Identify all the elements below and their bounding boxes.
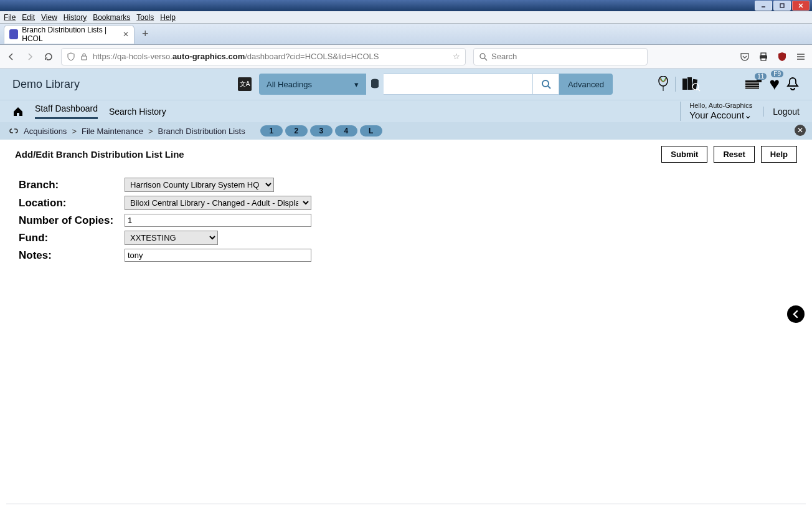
ublock-icon[interactable] (777, 52, 787, 62)
breadcrumb-pills: 1 2 3 4 L (260, 125, 382, 137)
advanced-search-label: Advanced (568, 80, 604, 89)
database-icon[interactable] (366, 74, 384, 95)
pill-2[interactable]: 2 (285, 125, 308, 137)
magnifier-icon (479, 52, 488, 61)
svg-rect-19 (687, 77, 692, 90)
crumb-separator: > (148, 127, 153, 136)
reset-button[interactable]: Reset (714, 146, 754, 163)
app-nav: Staff Dashboard Search History Hello, Au… (0, 100, 812, 122)
crumb-acquisitions[interactable]: Acquisitions (24, 127, 67, 136)
menu-view[interactable]: View (41, 13, 57, 22)
home-icon[interactable] (12, 107, 24, 117)
submit-button[interactable]: Submit (661, 146, 707, 163)
catalog-search-input[interactable] (384, 74, 533, 95)
branch-label: Branch: (19, 179, 125, 191)
floating-back-button[interactable] (787, 305, 805, 323)
branch-select[interactable]: Harrison County Library System HQ (125, 178, 274, 192)
new-tab-button[interactable]: + (142, 27, 149, 41)
breadcrumb-close-icon[interactable]: ✕ (795, 125, 806, 136)
favorites-badge: F9 (771, 70, 783, 77)
account-name: Your Account⌄ (689, 110, 752, 121)
crumb-file-maintenance[interactable]: File Maintenance (82, 127, 143, 136)
svg-point-14 (542, 80, 549, 87)
url-post: /dashboard?cid=HCOLS&lid=HCOLS (245, 52, 379, 61)
location-select[interactable]: Biloxi Central Library - Changed - Adult… (125, 196, 311, 210)
menu-bookmarks[interactable]: Bookmarks (93, 13, 130, 22)
url-host: auto-graphics.com (172, 52, 245, 61)
notes-input[interactable] (125, 249, 311, 262)
footer-divider (6, 504, 806, 504)
chevron-down-icon: ▾ (354, 80, 359, 89)
balloon-icon[interactable] (658, 76, 669, 92)
crumb-branch-dist-lists[interactable]: Branch Distribution Lists (158, 127, 245, 136)
resources-icon[interactable] (675, 77, 701, 92)
browser-search-placeholder: Search (491, 52, 517, 61)
chain-link-icon (9, 127, 19, 135)
logout-link[interactable]: Logout (763, 107, 800, 117)
menu-help[interactable]: Help (160, 13, 176, 22)
browser-search-box[interactable]: Search (473, 48, 648, 65)
catalog-search-button[interactable] (533, 74, 559, 95)
fund-select[interactable]: XXTESTING (125, 231, 218, 245)
copies-input[interactable] (125, 214, 311, 227)
chevron-down-icon: ⌄ (744, 110, 752, 120)
svg-rect-18 (682, 79, 687, 90)
form-area: Branch: Harrison County Library System H… (0, 169, 812, 274)
app-header: Demo Library 文A All Headings ▾ Advanced … (0, 69, 812, 100)
print-icon[interactable] (758, 52, 768, 62)
nav-staff-dashboard[interactable]: Staff Dashboard (35, 103, 98, 119)
pill-4[interactable]: 4 (335, 125, 357, 137)
svg-line-6 (484, 58, 487, 60)
nav-search-history[interactable]: Search History (109, 107, 166, 117)
lock-icon (80, 52, 88, 61)
browser-toolbar: https://qa-hcols-verso.auto-graphics.com… (0, 45, 812, 69)
menu-edit[interactable]: Edit (22, 13, 35, 22)
pocket-icon[interactable] (740, 52, 750, 62)
help-button[interactable]: Help (761, 146, 797, 163)
hamburger-menu-icon[interactable] (796, 52, 806, 62)
copies-label: Number of Copies: (19, 214, 125, 227)
nav-back-icon[interactable] (6, 52, 16, 62)
bookmark-star-icon[interactable]: ☆ (453, 52, 460, 61)
os-menu-bar: File Edit View History Bookmarks Tools H… (0, 11, 812, 24)
svg-rect-9 (761, 58, 766, 60)
menu-file[interactable]: File (4, 13, 16, 22)
search-category-dropdown[interactable]: All Headings ▾ (259, 74, 366, 95)
fund-label: Fund: (19, 232, 125, 244)
browser-tab[interactable]: Branch Distribution Lists | HCOL ✕ (4, 25, 135, 44)
account-greeting: Hello, Auto-Graphics (689, 102, 752, 110)
nav-reload-icon[interactable] (44, 52, 54, 62)
tab-close-icon[interactable]: ✕ (123, 30, 129, 39)
pill-1[interactable]: 1 (260, 125, 283, 137)
svg-point-5 (480, 54, 485, 59)
window-close-button[interactable] (792, 1, 810, 11)
shield-icon (67, 52, 75, 61)
svg-line-22 (697, 89, 700, 91)
browser-tab-title: Branch Distribution Lists | HCOL (22, 26, 118, 43)
account-menu[interactable]: Hello, Auto-Graphics Your Account⌄ (680, 102, 752, 121)
favorites-icon[interactable]: ♥ F9 (769, 74, 780, 94)
window-maximize-button[interactable] (773, 1, 791, 11)
crumb-separator: > (72, 127, 77, 136)
url-bar[interactable]: https://qa-hcols-verso.auto-graphics.com… (61, 48, 466, 65)
url-pre: https://qa-hcols-verso. (93, 52, 172, 61)
library-name: Demo Library (12, 78, 80, 91)
window-minimize-button[interactable] (755, 1, 772, 11)
cart-icon[interactable]: 11 (744, 77, 763, 92)
nav-forward-icon[interactable] (25, 52, 35, 62)
url-text: https://qa-hcols-verso.auto-graphics.com… (93, 52, 379, 61)
language-icon[interactable]: 文A (238, 77, 252, 91)
cart-badge: 11 (755, 73, 767, 80)
breadcrumb-bar: Acquisitions > File Maintenance > Branch… (0, 122, 812, 140)
pill-l[interactable]: L (360, 125, 382, 137)
window-titlebar (0, 0, 812, 11)
browser-tab-strip: Branch Distribution Lists | HCOL ✕ + (0, 24, 812, 45)
pill-3[interactable]: 3 (310, 125, 333, 137)
advanced-search-button[interactable]: Advanced (559, 74, 613, 95)
location-label: Location: (19, 197, 125, 209)
menu-history[interactable]: History (64, 13, 87, 22)
notifications-bell-icon[interactable] (786, 77, 800, 92)
search-category-label: All Headings (267, 80, 312, 89)
menu-tools[interactable]: Tools (136, 13, 154, 22)
svg-rect-7 (761, 53, 766, 55)
